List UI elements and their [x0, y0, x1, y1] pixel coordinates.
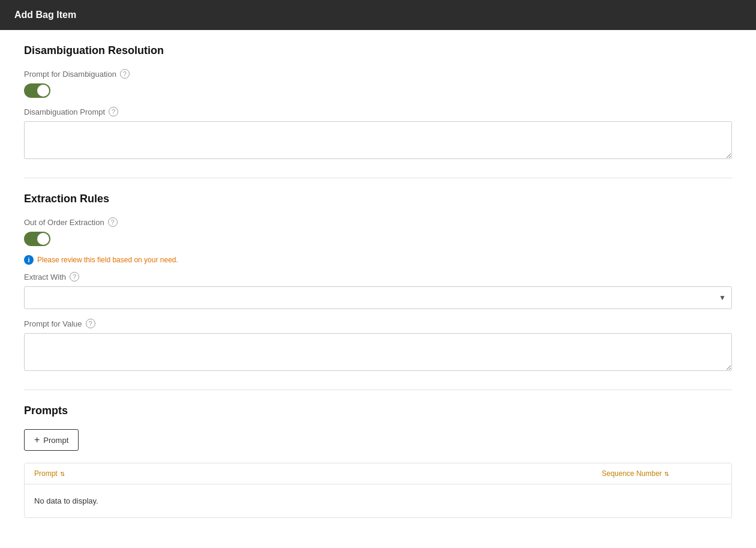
disambiguation-prompt-textarea[interactable] — [24, 121, 732, 159]
plus-icon: + — [34, 435, 40, 445]
section-divider-1 — [24, 178, 732, 178]
section-divider-2 — [24, 390, 732, 390]
disambiguation-section: Disambiguation Resolution Prompt for Dis… — [24, 44, 732, 161]
prompt-for-disambiguation-help-icon[interactable]: ? — [120, 69, 130, 79]
add-prompt-button[interactable]: + Prompt — [24, 429, 79, 451]
prompt-for-disambiguation-label: Prompt for Disambiguation — [24, 70, 116, 79]
extraction-rules-section: Extraction Rules Out of Order Extraction… — [24, 193, 732, 373]
prompt-for-disambiguation-toggle-wrapper — [24, 83, 732, 100]
prompt-for-disambiguation-label-row: Prompt for Disambiguation ? — [24, 69, 732, 79]
out-of-order-label-row: Out of Order Extraction ? — [24, 217, 732, 227]
col-header-prompt[interactable]: Prompt ⇅ — [34, 469, 602, 478]
col-sort-prompt-icon: ⇅ — [60, 471, 65, 477]
info-message-row: i Please review this field based on your… — [24, 255, 732, 265]
main-content: Disambiguation Resolution Prompt for Dis… — [0, 30, 756, 532]
prompts-section: Prompts + Prompt Prompt ⇅ Sequence Numbe… — [24, 405, 732, 518]
col-sort-sequence-icon: ⇅ — [664, 471, 669, 477]
extract-with-label-row: Extract With ? — [24, 272, 732, 282]
out-of-order-help-icon[interactable]: ? — [108, 217, 118, 227]
disambiguation-prompt-help-icon[interactable]: ? — [109, 107, 118, 116]
page-title: Add Bag Item — [14, 10, 76, 20]
toggle-thumb — [37, 85, 49, 97]
prompt-for-value-label-row: Prompt for Value ? — [24, 319, 732, 328]
add-prompt-button-label: Prompt — [43, 436, 68, 445]
toggle-thumb-2 — [37, 233, 49, 245]
info-icon: i — [24, 255, 34, 265]
disambiguation-section-title: Disambiguation Resolution — [24, 44, 732, 57]
out-of-order-label: Out of Order Extraction — [24, 218, 104, 227]
col-header-sequence[interactable]: Sequence Number ⇅ — [602, 469, 722, 478]
no-data-message: No data to display. — [34, 496, 722, 505]
disambiguation-prompt-label-row: Disambiguation Prompt ? — [24, 107, 732, 116]
extract-with-select[interactable] — [24, 286, 732, 309]
extract-with-select-wrapper: ▼ — [24, 286, 732, 309]
page-header: Add Bag Item — [0, 0, 756, 30]
table-body: No data to display. — [25, 484, 731, 517]
extract-with-help-icon[interactable]: ? — [70, 272, 79, 282]
prompts-section-title: Prompts — [24, 405, 732, 417]
disambiguation-prompt-label: Disambiguation Prompt — [24, 107, 105, 116]
prompt-for-value-textarea[interactable] — [24, 333, 732, 371]
info-message-text: Please review this field based on your n… — [37, 256, 178, 264]
extract-with-label: Extract With — [24, 272, 66, 282]
prompt-for-value-help-icon[interactable]: ? — [86, 319, 95, 328]
out-of-order-toggle-wrapper — [24, 232, 732, 248]
out-of-order-toggle[interactable] — [24, 232, 50, 246]
prompt-for-disambiguation-toggle[interactable] — [24, 83, 50, 98]
prompts-table: Prompt ⇅ Sequence Number ⇅ No data to di… — [24, 463, 732, 518]
extraction-rules-section-title: Extraction Rules — [24, 193, 732, 205]
table-header: Prompt ⇅ Sequence Number ⇅ — [25, 463, 731, 484]
col-header-sequence-label: Sequence Number — [602, 469, 662, 478]
prompt-for-value-label: Prompt for Value — [24, 319, 82, 328]
col-header-prompt-label: Prompt — [34, 469, 58, 478]
